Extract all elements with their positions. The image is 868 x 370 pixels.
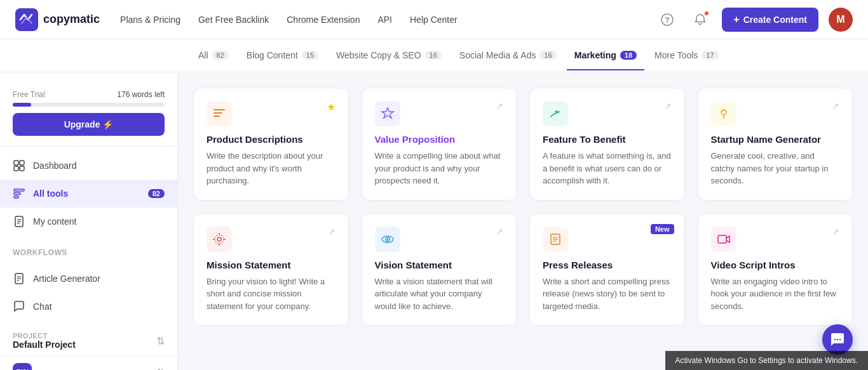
card-top: ↗ [207, 227, 336, 252]
card-top: ↗ [375, 227, 504, 252]
card-title: Press Releases [543, 260, 672, 270]
tab-social-badge: 16 [539, 51, 556, 60]
sidebar-item-chat[interactable]: Chat [0, 293, 177, 320]
svg-rect-18 [214, 109, 225, 110]
avatar[interactable]: M [829, 8, 853, 32]
sidebar-item-my-content[interactable]: My content [0, 208, 177, 235]
tab-more-tools[interactable]: More Tools 17 [647, 41, 726, 70]
card-top: ↗ [543, 101, 672, 126]
tab-marketing-badge: 18 [620, 51, 637, 60]
startup-name-icon [711, 101, 736, 126]
svg-point-23 [217, 237, 221, 241]
upgrade-button[interactable]: Upgrade ⚡ [13, 113, 165, 136]
press-releases-icon [543, 227, 568, 252]
arrow-icon: ↗ [496, 227, 503, 237]
nav-help-center[interactable]: Help Center [410, 15, 458, 25]
tab-blog-badge: 15 [302, 51, 318, 60]
svg-rect-4 [20, 161, 24, 165]
svg-rect-5 [14, 166, 18, 171]
card-product-descriptions[interactable]: ★ Product Descriptions Write the descrip… [193, 88, 349, 201]
tab-blog-content[interactable]: Blog Content 15 [239, 41, 326, 70]
svg-rect-3 [14, 161, 18, 165]
product-descriptions-icon [207, 101, 232, 126]
tab-social-media[interactable]: Social Media & Ads 16 [452, 41, 564, 70]
card-desc: A feature is what something is, and a be… [543, 150, 672, 187]
card-vision-statement[interactable]: ↗ Vision Statement Write a vision statem… [362, 213, 517, 326]
svg-point-37 [834, 339, 836, 340]
content-icon [13, 215, 25, 228]
card-startup-name-generator[interactable]: ↗ Startup Name Generator Generate cool, … [698, 88, 853, 201]
card-desc: Bring your vision to light! Write a shor… [207, 275, 336, 313]
tab-marketing[interactable]: Marketing 18 [567, 41, 644, 70]
card-title: Startup Name Generator [711, 134, 840, 145]
svg-rect-19 [214, 112, 222, 114]
cards-grid: ★ Product Descriptions Write the descrip… [193, 88, 853, 326]
card-mission-statement[interactable]: ↗ Mission Statement Bring your vision to… [193, 213, 349, 326]
svg-text:?: ? [665, 16, 670, 25]
card-title: Mission Statement [207, 260, 336, 270]
video-script-icon [711, 227, 736, 252]
chat-bubble-button[interactable] [822, 324, 853, 355]
card-desc: Write the description about your product… [207, 150, 336, 187]
svg-point-24 [215, 235, 224, 244]
all-tools-badge: 82 [148, 189, 165, 198]
svg-point-38 [837, 339, 838, 340]
dashboard-icon [13, 159, 25, 172]
workspace-info: Personal Workspace [38, 368, 119, 371]
trial-bar-fill [13, 103, 31, 107]
workspace-chevron-icon: ⇅ [156, 367, 165, 371]
nav-chrome-extension[interactable]: Chrome Extension [287, 15, 360, 25]
nav-free-backlink[interactable]: Get Free Backlink [198, 15, 269, 25]
project-info: PROJECT Default Project [13, 332, 76, 350]
card-desc: Write a compelling line about what your … [375, 150, 504, 187]
card-top: ★ [207, 101, 336, 126]
workspace-box[interactable]: PW Personal Workspace ⇅ [0, 356, 177, 370]
card-title: Video Script Intros [711, 260, 840, 270]
star-icon: ★ [327, 101, 336, 113]
card-desc: Write an engaging video intro to hook yo… [711, 275, 840, 313]
header-right: ? + Create Content M [656, 8, 853, 32]
sidebar: Free Trial 176 words left Upgrade ⚡ Dash… [0, 72, 178, 370]
sidebar-item-dashboard[interactable]: Dashboard [0, 152, 177, 180]
notifications-btn[interactable] [689, 8, 712, 31]
nav-api[interactable]: API [377, 15, 392, 25]
project-box[interactable]: PROJECT Default Project ⇅ [0, 326, 177, 356]
sidebar-item-article-generator[interactable]: Article Generator [0, 265, 177, 293]
tabs-bar: All 82 Blog Content 15 Website Copy & SE… [0, 39, 868, 72]
svg-point-39 [839, 339, 841, 340]
tab-website-copy[interactable]: Website Copy & SEO 16 [329, 41, 449, 70]
logo[interactable]: copymatic [15, 8, 100, 31]
plus-icon: + [733, 14, 739, 25]
article-icon [13, 272, 25, 285]
svg-rect-9 [14, 196, 18, 198]
card-press-releases[interactable]: New Press Releases Write a short and com… [529, 213, 685, 326]
arrow-icon: ↗ [664, 101, 672, 111]
trial-header: Free Trial 176 words left [13, 90, 165, 99]
help-icon-btn[interactable]: ? [656, 8, 679, 31]
tab-more-badge: 17 [702, 51, 718, 60]
card-value-proposition[interactable]: ↗ Value Proposition Write a compelling l… [362, 88, 517, 201]
chat-bubble-icon [830, 332, 845, 347]
layout: Free Trial 176 words left Upgrade ⚡ Dash… [0, 72, 868, 370]
card-feature-to-benefit[interactable]: ↗ Feature To Benefit A feature is what s… [529, 88, 685, 201]
sidebar-item-all-tools[interactable]: All tools 82 [0, 180, 177, 208]
arrow-icon: ↗ [832, 101, 839, 111]
svg-rect-20 [214, 116, 220, 117]
card-top: New [543, 227, 672, 252]
feature-to-benefit-icon [543, 101, 568, 126]
trial-label: Free Trial [13, 90, 45, 99]
notification-dot [704, 11, 709, 16]
tab-all[interactable]: All 82 [191, 41, 236, 70]
card-title: Vision Statement [375, 260, 504, 270]
header-left: copymatic Plans & Pricing Get Free Backl… [15, 8, 458, 31]
tools-icon [13, 187, 25, 200]
nav-plans-pricing[interactable]: Plans & Pricing [120, 15, 180, 25]
trial-progress-bar [13, 103, 165, 107]
tab-all-badge: 82 [212, 51, 229, 60]
card-video-script-intros[interactable]: ↗ Video Script Intros Write an engaging … [698, 213, 853, 326]
main-nav: Plans & Pricing Get Free Backlink Chrome… [120, 15, 458, 25]
card-title: Feature To Benefit [543, 134, 672, 145]
create-content-button[interactable]: + Create Content [722, 8, 818, 32]
svg-rect-0 [15, 8, 38, 31]
arrow-icon: ↗ [496, 101, 503, 111]
